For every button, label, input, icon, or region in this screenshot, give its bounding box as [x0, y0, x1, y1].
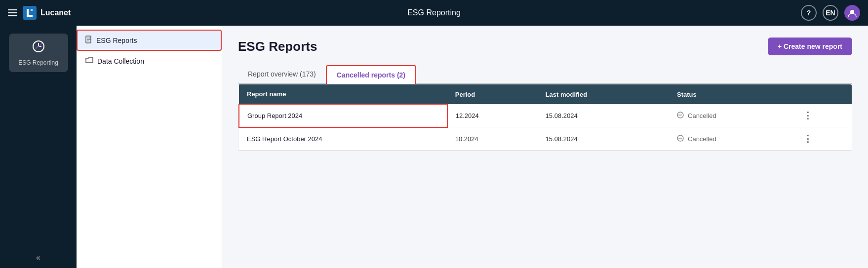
- left-sidebar: ESG Reporting «: [0, 26, 77, 268]
- col-period: Period: [447, 84, 538, 104]
- action-cell: ⋮: [795, 127, 852, 151]
- row-actions-button[interactable]: ⋮: [803, 110, 812, 121]
- help-icon-btn[interactable]: ?: [801, 5, 817, 21]
- content-header: ESG Reports + Create new report: [238, 38, 852, 55]
- hamburger-icon[interactable]: [8, 9, 17, 16]
- app-title: ESG Reporting: [407, 8, 461, 17]
- col-report-name: Report name: [239, 84, 447, 104]
- logo-text: Lucanet: [40, 8, 71, 17]
- sidebar-main-label: ESG Reporting: [18, 59, 58, 66]
- status-cell: Cancelled: [669, 104, 795, 127]
- svg-rect-0: [23, 6, 37, 20]
- nav-item-data-collection-label: Data Collection: [97, 57, 144, 65]
- table-header-row: Report name Period Last modified Status: [239, 84, 852, 104]
- col-last-modified: Last modified: [538, 84, 669, 104]
- sidebar-main-item-esg[interactable]: ESG Reporting: [9, 34, 68, 72]
- period-cell: 10.2024: [447, 127, 538, 151]
- status-label: Cancelled: [688, 135, 716, 143]
- lucanet-logo: Lucanet: [23, 6, 71, 20]
- table-row: Group Report 2024 12.2024 15.08.2024: [239, 104, 852, 127]
- tab-report-overview[interactable]: Report overview (173): [238, 65, 326, 84]
- period-cell: 12.2024: [447, 104, 538, 127]
- document-icon: [85, 36, 92, 45]
- row-actions-button[interactable]: ⋮: [803, 133, 812, 144]
- reports-table: Report name Period Last modified Status …: [238, 84, 852, 151]
- sidebar-collapse-btn[interactable]: «: [36, 253, 40, 262]
- col-actions: [795, 84, 852, 104]
- action-cell: ⋮: [795, 104, 852, 127]
- folder-icon: [85, 57, 93, 65]
- cancelled-icon: [677, 135, 684, 143]
- reports-table-wrapper: Report name Period Last modified Status …: [238, 84, 852, 151]
- cancelled-icon: [677, 112, 684, 120]
- last-modified-cell: 15.08.2024: [538, 104, 669, 127]
- avatar-btn[interactable]: [844, 5, 860, 21]
- esg-reporting-icon: [32, 39, 45, 56]
- status-label: Cancelled: [688, 112, 716, 119]
- create-new-report-button[interactable]: + Create new report: [768, 38, 852, 55]
- tab-cancelled-reports[interactable]: Cancelled reports (2): [326, 65, 416, 84]
- nav-item-esg-reports[interactable]: ESG Reports: [77, 30, 222, 51]
- nav-sidebar: ESG Reports Data Collection: [77, 26, 222, 268]
- nav-item-esg-reports-label: ESG Reports: [96, 37, 137, 44]
- tabs: Report overview (173) Cancelled reports …: [238, 65, 852, 84]
- content-area: ESG Reports + Create new report Report o…: [222, 26, 868, 268]
- last-modified-cell: 15.08.2024: [538, 127, 669, 151]
- lang-btn[interactable]: EN: [823, 5, 838, 21]
- nav-item-data-collection[interactable]: Data Collection: [77, 51, 222, 71]
- report-name-cell: Group Report 2024: [239, 104, 447, 127]
- col-status: Status: [669, 84, 795, 104]
- page-title: ESG Reports: [238, 39, 317, 54]
- table-row: ESG Report October 2024 10.2024 15.08.20…: [239, 127, 852, 151]
- top-nav: Lucanet ESG Reporting ? EN: [0, 0, 868, 26]
- status-cell: Cancelled: [669, 127, 795, 151]
- report-name-cell: ESG Report October 2024: [239, 127, 447, 151]
